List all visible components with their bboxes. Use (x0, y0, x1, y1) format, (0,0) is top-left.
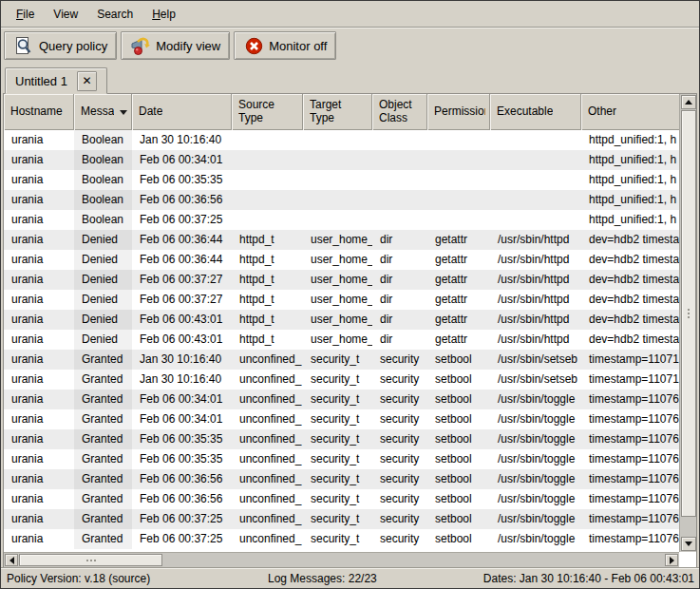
cell (490, 210, 581, 230)
scroll-up-button[interactable] (681, 95, 696, 109)
column-header-other[interactable]: Other (581, 94, 679, 130)
table-row[interactable]: uraniaDeniedFeb 06 00:36:44httpd_tuser_h… (4, 250, 679, 270)
table-row[interactable]: uraniaGrantedFeb 06 00:35:35unconfined_s… (4, 429, 679, 449)
cell: httpd_unified:1, h (581, 190, 679, 210)
cell: Boolean (74, 130, 132, 150)
cell: setbool (427, 409, 490, 429)
vertical-scrollbar[interactable] (679, 94, 696, 552)
cell: Denied (74, 330, 132, 350)
column-header-message[interactable]: Messa (74, 94, 132, 130)
cell: /usr/sbin/setseb (490, 350, 581, 370)
cell: dev=hdb2 timesta (581, 330, 679, 350)
cell: dir (372, 250, 427, 270)
menu-item-help[interactable]: Help (142, 4, 185, 25)
table-row[interactable]: uraniaBooleanJan 30 10:16:40httpd_unifie… (4, 130, 679, 150)
scroll-right-button[interactable] (665, 554, 678, 566)
table-row[interactable]: uraniaDeniedFeb 06 00:36:44httpd_tuser_h… (4, 230, 679, 250)
cell (490, 170, 581, 190)
cell: dev=hdb2 timesta (581, 270, 679, 290)
column-header-hostname[interactable]: Hostname (4, 94, 74, 130)
cell: httpd_t (232, 270, 303, 290)
cell: getattr (427, 310, 490, 330)
status-bar: Policy Version: v.18 (source) Log Messag… (1, 568, 699, 588)
column-header-source-type[interactable]: Source Type (232, 94, 303, 130)
cell: /usr/sbin/httpd (490, 250, 581, 270)
cell (303, 130, 372, 150)
table-row[interactable]: uraniaBooleanFeb 06 00:34:01httpd_unifie… (4, 150, 679, 170)
table-row[interactable]: uraniaBooleanFeb 06 00:35:35httpd_unifie… (4, 170, 679, 190)
cell: unconfined_ (232, 529, 303, 549)
cell: urania (4, 409, 74, 429)
table-row[interactable]: uraniaGrantedFeb 06 00:35:35unconfined_s… (4, 449, 679, 469)
cell (490, 150, 581, 170)
cell: Granted (74, 469, 132, 489)
query-policy-button[interactable]: Query policy (4, 31, 117, 60)
column-header-executable[interactable]: Executable (490, 94, 581, 130)
query-policy-icon (13, 35, 34, 56)
cell: timestamp=11076 (581, 529, 679, 549)
table-row[interactable]: uraniaGrantedJan 30 10:16:40unconfined_s… (4, 350, 679, 370)
cell: security_t (303, 509, 372, 529)
cell: Feb 06 00:34:01 (132, 390, 232, 409)
column-header-permission[interactable]: Permission (427, 94, 490, 130)
cell: /usr/sbin/httpd (490, 270, 581, 290)
table-row[interactable]: uraniaDeniedFeb 06 00:37:27httpd_tuser_h… (4, 270, 679, 290)
cell: /usr/sbin/toggle (490, 429, 581, 449)
cell: Denied (74, 250, 132, 270)
tab-untitled-1[interactable]: Untitled 1 ✕ (5, 67, 107, 94)
column-header-object-class[interactable]: Object Class (372, 94, 427, 130)
tab-close-button[interactable]: ✕ (77, 71, 97, 91)
cell: /usr/sbin/httpd (490, 290, 581, 310)
menu-item-file[interactable]: File (7, 4, 44, 25)
cell: security_t (303, 409, 372, 429)
menu-item-view[interactable]: View (44, 4, 87, 25)
table-row[interactable]: uraniaDeniedFeb 06 00:43:01httpd_tuser_h… (4, 310, 679, 330)
cell: unconfined_ (232, 509, 303, 529)
cell: Feb 06 00:35:35 (132, 170, 232, 190)
cell: timestamp=11076 (581, 390, 679, 409)
cell: dev=hdb2 timesta (581, 290, 679, 310)
cell (303, 210, 372, 230)
cell: /usr/sbin/httpd (490, 310, 581, 330)
dates-status: Dates: Jan 30 10:16:40 - Feb 06 00:43:01 (483, 569, 694, 589)
column-header-date[interactable]: Date (132, 94, 232, 130)
table-row[interactable]: uraniaGrantedJan 30 10:16:40unconfined_s… (4, 370, 679, 390)
cell (232, 170, 303, 190)
vertical-scrollbar-thumb[interactable] (681, 110, 696, 517)
monitor-off-button[interactable]: Monitor off (234, 31, 336, 60)
cell: setbool (427, 429, 490, 449)
table-row[interactable]: uraniaGrantedFeb 06 00:34:01unconfined_s… (4, 409, 679, 429)
modify-view-label: Modify view (156, 39, 220, 53)
scroll-down-button[interactable] (681, 537, 696, 551)
cell: Boolean (74, 170, 132, 190)
table-row[interactable]: uraniaGrantedFeb 06 00:37:25unconfined_s… (4, 529, 679, 549)
table-row[interactable]: uraniaDeniedFeb 06 00:37:27httpd_tuser_h… (4, 290, 679, 310)
cell: urania (4, 330, 74, 350)
cell: Granted (74, 390, 132, 409)
cell: setbool (427, 469, 490, 489)
cell: dir (372, 230, 427, 250)
table-row[interactable]: uraniaDeniedFeb 06 00:43:01httpd_tuser_h… (4, 330, 679, 350)
horizontal-scrollbar-thumb[interactable] (19, 554, 162, 566)
cell: unconfined_ (232, 429, 303, 449)
modify-view-button[interactable]: Modify view (121, 31, 230, 60)
scroll-left-button[interactable] (5, 554, 18, 566)
down-arrow-icon (685, 542, 692, 546)
horizontal-scrollbar[interactable] (4, 552, 679, 567)
cell: security (372, 529, 427, 549)
table-row[interactable]: uraniaGrantedFeb 06 00:36:56unconfined_s… (4, 489, 679, 509)
table-row[interactable]: uraniaGrantedFeb 06 00:34:01unconfined_s… (4, 390, 679, 409)
column-header-target-type[interactable]: Target Type (303, 94, 372, 130)
menu-item-search[interactable]: Search (87, 4, 142, 25)
cell: dir (372, 270, 427, 290)
cell: urania (4, 429, 74, 449)
table-row[interactable]: uraniaGrantedFeb 06 00:37:25unconfined_s… (4, 509, 679, 529)
cell: Boolean (74, 150, 132, 170)
table-row[interactable]: uraniaBooleanFeb 06 00:37:25httpd_unifie… (4, 210, 679, 230)
table-row[interactable]: uraniaGrantedFeb 06 00:36:56unconfined_s… (4, 469, 679, 489)
table-row[interactable]: uraniaBooleanFeb 06 00:36:56httpd_unifie… (4, 190, 679, 210)
cell: security_t (303, 350, 372, 370)
cell: Granted (74, 489, 132, 509)
tab-label: Untitled 1 (15, 74, 67, 88)
cell (490, 130, 581, 150)
